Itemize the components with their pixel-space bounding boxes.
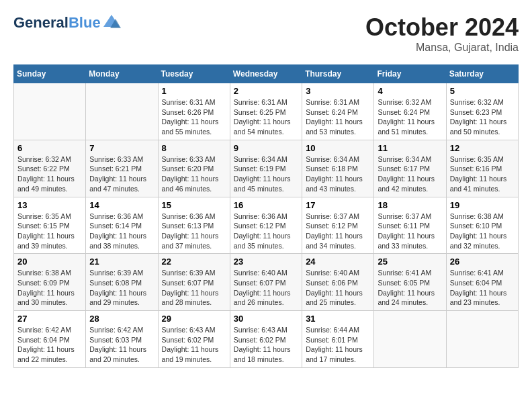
weekday-header-saturday: Saturday bbox=[446, 65, 518, 83]
day-detail: Sunrise: 6:40 AMSunset: 6:07 PMDaylight:… bbox=[234, 268, 298, 308]
day-detail: Sunrise: 6:35 AMSunset: 6:15 PMDaylight:… bbox=[17, 212, 82, 251]
day-number: 23 bbox=[234, 257, 298, 267]
day-number: 5 bbox=[450, 86, 515, 96]
calendar-cell: 15Sunrise: 6:36 AMSunset: 6:13 PMDayligh… bbox=[158, 197, 230, 254]
page-header: GeneralBlue October 2024 Mansa, Gujarat,… bbox=[13, 13, 519, 54]
calendar-cell: 27Sunrise: 6:42 AMSunset: 6:04 PMDayligh… bbox=[14, 311, 86, 368]
day-detail: Sunrise: 6:31 AMSunset: 6:26 PMDaylight:… bbox=[162, 97, 226, 137]
calendar-cell: 14Sunrise: 6:36 AMSunset: 6:14 PMDayligh… bbox=[86, 197, 158, 254]
calendar-cell: 21Sunrise: 6:39 AMSunset: 6:08 PMDayligh… bbox=[86, 254, 158, 311]
day-detail: Sunrise: 6:42 AMSunset: 6:04 PMDaylight:… bbox=[17, 325, 82, 365]
logo-text: GeneralBlue bbox=[13, 15, 101, 31]
day-detail: Sunrise: 6:37 AMSunset: 6:11 PMDaylight:… bbox=[378, 212, 442, 251]
day-detail: Sunrise: 6:42 AMSunset: 6:03 PMDaylight:… bbox=[89, 325, 154, 365]
calendar-cell: 12Sunrise: 6:35 AMSunset: 6:16 PMDayligh… bbox=[446, 140, 518, 197]
day-detail: Sunrise: 6:31 AMSunset: 6:25 PMDaylight:… bbox=[234, 97, 298, 137]
day-number: 26 bbox=[450, 257, 515, 267]
calendar-cell bbox=[374, 311, 446, 368]
day-number: 12 bbox=[450, 143, 515, 153]
day-number: 7 bbox=[89, 143, 154, 153]
calendar-cell: 2Sunrise: 6:31 AMSunset: 6:25 PMDaylight… bbox=[230, 83, 302, 140]
calendar-cell: 6Sunrise: 6:32 AMSunset: 6:22 PMDaylight… bbox=[14, 140, 86, 197]
calendar-week-1: 1Sunrise: 6:31 AMSunset: 6:26 PMDaylight… bbox=[14, 83, 519, 140]
day-detail: Sunrise: 6:36 AMSunset: 6:14 PMDaylight:… bbox=[89, 212, 154, 251]
calendar-cell: 16Sunrise: 6:36 AMSunset: 6:12 PMDayligh… bbox=[230, 197, 302, 254]
day-detail: Sunrise: 6:34 AMSunset: 6:19 PMDaylight:… bbox=[234, 154, 298, 194]
day-detail: Sunrise: 6:38 AMSunset: 6:09 PMDaylight:… bbox=[17, 268, 82, 308]
day-detail: Sunrise: 6:32 AMSunset: 6:23 PMDaylight:… bbox=[450, 97, 515, 137]
day-detail: Sunrise: 6:35 AMSunset: 6:16 PMDaylight:… bbox=[450, 154, 515, 194]
day-detail: Sunrise: 6:37 AMSunset: 6:12 PMDaylight:… bbox=[306, 212, 370, 251]
day-number: 29 bbox=[162, 314, 226, 324]
day-number: 24 bbox=[306, 257, 370, 267]
day-number: 31 bbox=[306, 314, 370, 324]
day-number: 28 bbox=[89, 314, 154, 324]
day-detail: Sunrise: 6:36 AMSunset: 6:12 PMDaylight:… bbox=[234, 212, 298, 251]
calendar-cell: 13Sunrise: 6:35 AMSunset: 6:15 PMDayligh… bbox=[14, 197, 86, 254]
day-detail: Sunrise: 6:32 AMSunset: 6:24 PMDaylight:… bbox=[378, 97, 442, 137]
title-block: October 2024 Mansa, Gujarat, India bbox=[365, 13, 519, 54]
day-detail: Sunrise: 6:34 AMSunset: 6:18 PMDaylight:… bbox=[306, 154, 370, 194]
day-detail: Sunrise: 6:41 AMSunset: 6:05 PMDaylight:… bbox=[378, 268, 442, 308]
day-detail: Sunrise: 6:44 AMSunset: 6:01 PMDaylight:… bbox=[306, 325, 370, 365]
day-number: 2 bbox=[234, 86, 298, 96]
day-detail: Sunrise: 6:43 AMSunset: 6:02 PMDaylight:… bbox=[162, 325, 226, 365]
calendar-cell: 5Sunrise: 6:32 AMSunset: 6:23 PMDaylight… bbox=[446, 83, 518, 140]
weekday-header-sunday: Sunday bbox=[14, 65, 86, 83]
day-number: 30 bbox=[234, 314, 298, 324]
day-number: 21 bbox=[89, 257, 154, 267]
calendar-table: SundayMondayTuesdayWednesdayThursdayFrid… bbox=[13, 64, 519, 368]
day-detail: Sunrise: 6:34 AMSunset: 6:17 PMDaylight:… bbox=[378, 154, 442, 194]
month-title: October 2024 bbox=[365, 13, 519, 42]
day-detail: Sunrise: 6:32 AMSunset: 6:22 PMDaylight:… bbox=[17, 154, 82, 194]
day-number: 8 bbox=[162, 143, 226, 153]
calendar-cell: 25Sunrise: 6:41 AMSunset: 6:05 PMDayligh… bbox=[374, 254, 446, 311]
calendar-cell: 29Sunrise: 6:43 AMSunset: 6:02 PMDayligh… bbox=[158, 311, 230, 368]
day-number: 27 bbox=[17, 314, 82, 324]
day-number: 18 bbox=[378, 200, 442, 210]
logo: GeneralBlue bbox=[13, 13, 121, 32]
calendar-cell bbox=[446, 311, 518, 368]
day-number: 19 bbox=[450, 200, 515, 210]
day-number: 4 bbox=[378, 86, 442, 96]
weekday-header-thursday: Thursday bbox=[302, 65, 374, 83]
calendar-cell: 8Sunrise: 6:33 AMSunset: 6:20 PMDaylight… bbox=[158, 140, 230, 197]
day-number: 16 bbox=[234, 200, 298, 210]
calendar-cell bbox=[86, 83, 158, 140]
day-number: 17 bbox=[306, 200, 370, 210]
calendar-cell bbox=[14, 83, 86, 140]
day-detail: Sunrise: 6:41 AMSunset: 6:04 PMDaylight:… bbox=[450, 268, 515, 308]
calendar-week-3: 13Sunrise: 6:35 AMSunset: 6:15 PMDayligh… bbox=[14, 197, 519, 254]
weekday-header-tuesday: Tuesday bbox=[158, 65, 230, 83]
calendar-cell: 11Sunrise: 6:34 AMSunset: 6:17 PMDayligh… bbox=[374, 140, 446, 197]
day-detail: Sunrise: 6:38 AMSunset: 6:10 PMDaylight:… bbox=[450, 212, 515, 251]
weekday-header-wednesday: Wednesday bbox=[230, 65, 302, 83]
logo-icon bbox=[102, 13, 121, 32]
day-number: 25 bbox=[378, 257, 442, 267]
calendar-cell: 30Sunrise: 6:43 AMSunset: 6:02 PMDayligh… bbox=[230, 311, 302, 368]
weekday-header-row: SundayMondayTuesdayWednesdayThursdayFrid… bbox=[14, 65, 519, 83]
day-number: 3 bbox=[306, 86, 370, 96]
calendar-cell: 9Sunrise: 6:34 AMSunset: 6:19 PMDaylight… bbox=[230, 140, 302, 197]
calendar-cell: 19Sunrise: 6:38 AMSunset: 6:10 PMDayligh… bbox=[446, 197, 518, 254]
day-number: 22 bbox=[162, 257, 226, 267]
calendar-cell: 23Sunrise: 6:40 AMSunset: 6:07 PMDayligh… bbox=[230, 254, 302, 311]
day-detail: Sunrise: 6:43 AMSunset: 6:02 PMDaylight:… bbox=[234, 325, 298, 365]
calendar-cell: 20Sunrise: 6:38 AMSunset: 6:09 PMDayligh… bbox=[14, 254, 86, 311]
calendar-cell: 24Sunrise: 6:40 AMSunset: 6:06 PMDayligh… bbox=[302, 254, 374, 311]
calendar-cell: 3Sunrise: 6:31 AMSunset: 6:24 PMDaylight… bbox=[302, 83, 374, 140]
weekday-header-friday: Friday bbox=[374, 65, 446, 83]
calendar-week-2: 6Sunrise: 6:32 AMSunset: 6:22 PMDaylight… bbox=[14, 140, 519, 197]
calendar-cell: 18Sunrise: 6:37 AMSunset: 6:11 PMDayligh… bbox=[374, 197, 446, 254]
calendar-cell: 22Sunrise: 6:39 AMSunset: 6:07 PMDayligh… bbox=[158, 254, 230, 311]
day-number: 10 bbox=[306, 143, 370, 153]
calendar-cell: 28Sunrise: 6:42 AMSunset: 6:03 PMDayligh… bbox=[86, 311, 158, 368]
day-detail: Sunrise: 6:39 AMSunset: 6:07 PMDaylight:… bbox=[162, 268, 226, 308]
calendar-cell: 17Sunrise: 6:37 AMSunset: 6:12 PMDayligh… bbox=[302, 197, 374, 254]
calendar-cell: 31Sunrise: 6:44 AMSunset: 6:01 PMDayligh… bbox=[302, 311, 374, 368]
day-detail: Sunrise: 6:33 AMSunset: 6:20 PMDaylight:… bbox=[162, 154, 226, 194]
calendar-week-4: 20Sunrise: 6:38 AMSunset: 6:09 PMDayligh… bbox=[14, 254, 519, 311]
calendar-cell: 4Sunrise: 6:32 AMSunset: 6:24 PMDaylight… bbox=[374, 83, 446, 140]
day-number: 14 bbox=[89, 200, 154, 210]
day-detail: Sunrise: 6:31 AMSunset: 6:24 PMDaylight:… bbox=[306, 97, 370, 137]
